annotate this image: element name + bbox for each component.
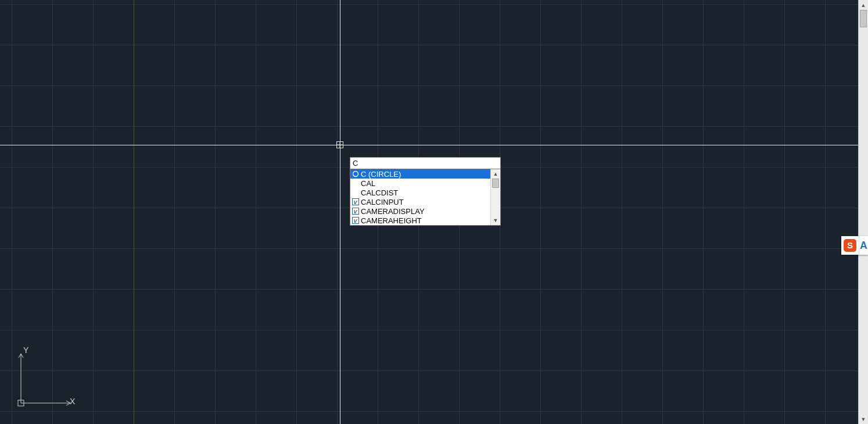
crosshair-horizontal bbox=[0, 145, 858, 145]
grid-line bbox=[0, 330, 858, 330]
autocomplete-item-circle[interactable]: C (CIRCLE) bbox=[350, 169, 490, 179]
autocomplete-label: CALCDIST bbox=[361, 188, 489, 197]
autocomplete-item-cameraheight[interactable]: V CAMERAHEIGHT bbox=[350, 216, 490, 225]
autocomplete-label: CAMERAHEIGHT bbox=[361, 216, 489, 225]
autocomplete-list: C (CIRCLE) CAL CALCDIST V CALCINPUT V bbox=[350, 169, 490, 225]
grid-line bbox=[662, 0, 663, 424]
grid-line bbox=[0, 126, 858, 127]
grid-line bbox=[93, 0, 94, 424]
scrollbar-thumb[interactable] bbox=[860, 10, 867, 27]
system-variable-icon: V bbox=[351, 207, 360, 215]
ucs-icon: Y X bbox=[15, 345, 79, 409]
crosshair-pickbox bbox=[336, 141, 343, 148]
grid-line bbox=[0, 4, 858, 5]
grid-line bbox=[581, 0, 582, 424]
svg-point-7 bbox=[353, 172, 358, 177]
ucs-x-label: X bbox=[70, 397, 76, 406]
grid-line bbox=[337, 0, 338, 424]
autocomplete-item-calcinput[interactable]: V CALCINPUT bbox=[350, 197, 490, 206]
crosshair-vertical bbox=[340, 0, 340, 424]
svg-text:S: S bbox=[847, 240, 853, 250]
vertical-scrollbar[interactable]: ▲ ▼ bbox=[858, 0, 868, 424]
grid-line bbox=[215, 0, 216, 424]
dynamic-input[interactable] bbox=[350, 157, 501, 169]
grid-line bbox=[622, 0, 622, 424]
ime-mode-letter: A bbox=[859, 236, 868, 255]
drawing-canvas[interactable]: Y X C (CIRCLE) CAL CALCDIST bbox=[0, 0, 858, 424]
svg-text:V: V bbox=[354, 199, 358, 205]
grid-line bbox=[784, 0, 785, 424]
grid-line bbox=[0, 85, 858, 86]
grid-line bbox=[296, 0, 297, 424]
grid-line bbox=[52, 0, 53, 424]
ime-indicator[interactable]: S A bbox=[841, 236, 868, 255]
grid-line bbox=[540, 0, 541, 424]
svg-line-2 bbox=[21, 354, 23, 358]
grid-line bbox=[744, 0, 744, 424]
grid-line bbox=[825, 0, 826, 424]
grid-line bbox=[703, 0, 704, 424]
grid-line bbox=[174, 0, 175, 424]
ucs-y-label: Y bbox=[23, 345, 29, 355]
grid-line bbox=[0, 289, 858, 290]
scroll-down-icon[interactable]: ▼ bbox=[491, 216, 500, 225]
scrollbar-thumb[interactable] bbox=[492, 179, 499, 188]
autocomplete-label: CAMERADISPLAY bbox=[361, 207, 489, 216]
grid-line bbox=[12, 0, 12, 424]
svg-text:V: V bbox=[354, 218, 358, 224]
autocomplete-item-calcdist[interactable]: CALCDIST bbox=[350, 188, 490, 197]
svg-line-1 bbox=[19, 354, 21, 358]
autocomplete-item-cameradisplay[interactable]: V CAMERADISPLAY bbox=[350, 206, 490, 216]
svg-text:V: V bbox=[354, 209, 358, 215]
grid-line bbox=[0, 411, 858, 412]
scroll-up-icon[interactable]: ▲ bbox=[859, 0, 868, 10]
autocomplete-item-cal[interactable]: CAL bbox=[350, 179, 490, 188]
system-variable-icon: V bbox=[351, 216, 360, 225]
grid-line bbox=[0, 370, 858, 371]
autocomplete-label: C (CIRCLE) bbox=[361, 170, 489, 179]
scroll-up-icon[interactable]: ▲ bbox=[491, 169, 500, 179]
autocomplete-scrollbar[interactable]: ▲ ▼ bbox=[490, 169, 500, 225]
command-autocomplete[interactable]: C (CIRCLE) CAL CALCDIST V CALCINPUT V bbox=[350, 169, 501, 226]
svg-line-4 bbox=[66, 401, 70, 403]
system-variable-icon: V bbox=[351, 198, 360, 206]
autocomplete-label: CALCINPUT bbox=[361, 198, 489, 206]
grid-line bbox=[0, 248, 858, 249]
axis-line-y bbox=[134, 0, 134, 424]
grid-line bbox=[256, 0, 256, 424]
command-input[interactable] bbox=[350, 157, 501, 169]
scroll-down-icon[interactable]: ▼ bbox=[859, 414, 868, 424]
circle-icon bbox=[351, 170, 360, 178]
svg-rect-6 bbox=[18, 400, 24, 406]
svg-line-5 bbox=[66, 403, 70, 405]
autocomplete-label: CAL bbox=[361, 179, 489, 188]
grid-line bbox=[0, 45, 858, 45]
ime-logo-icon: S bbox=[841, 236, 859, 255]
